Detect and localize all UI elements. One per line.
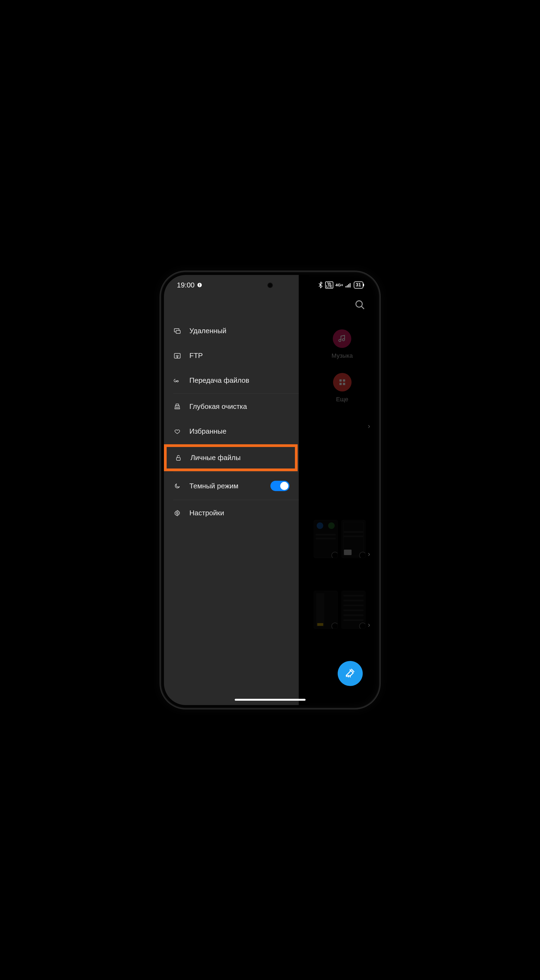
drawer-item-settings[interactable]: Настройки bbox=[164, 501, 299, 525]
chevron-right-icon: › bbox=[368, 620, 370, 629]
phone-frame: 19:00 VoLTE 4G+ 31 bbox=[161, 272, 379, 708]
drawer-item-darkmode[interactable]: Темный режим bbox=[164, 473, 299, 499]
drawer-item-label: Глубокая очистка bbox=[190, 402, 247, 411]
drawer-item-remote[interactable]: Удаленный bbox=[164, 318, 299, 343]
thumbnail[interactable] bbox=[314, 520, 338, 558]
drawer-item-label: Избранные bbox=[190, 427, 226, 436]
gear-icon bbox=[173, 510, 182, 516]
category-label: Музыка bbox=[332, 352, 353, 359]
thumbnail[interactable] bbox=[314, 591, 338, 629]
moon-icon bbox=[173, 483, 182, 489]
svg-point-16 bbox=[177, 357, 177, 358]
drawer-item-favorites[interactable]: Избранные bbox=[164, 419, 299, 444]
front-camera bbox=[268, 283, 273, 288]
svg-rect-12 bbox=[343, 383, 345, 385]
select-circle-icon[interactable] bbox=[331, 552, 338, 558]
monitor-icon bbox=[173, 328, 182, 334]
navigation-drawer: Удаленный FTP Передача файлов Глубок bbox=[164, 275, 299, 705]
drawer-item-label: FTP bbox=[190, 352, 203, 360]
svg-rect-17 bbox=[176, 404, 178, 406]
recent-thumbnails bbox=[314, 520, 365, 629]
svg-rect-1 bbox=[199, 284, 200, 286]
category-label: Еще bbox=[336, 396, 348, 402]
svg-rect-5 bbox=[348, 284, 349, 288]
svg-line-8 bbox=[362, 306, 364, 309]
volte-icon: VoLTE bbox=[325, 282, 333, 288]
select-circle-icon[interactable] bbox=[359, 622, 365, 629]
svg-rect-9 bbox=[339, 379, 341, 382]
thumbnail[interactable] bbox=[341, 520, 365, 558]
notification-dot-icon bbox=[197, 282, 202, 288]
category-music[interactable]: Музыка bbox=[332, 329, 353, 360]
category-more[interactable]: Еще bbox=[333, 373, 352, 403]
svg-rect-18 bbox=[177, 458, 180, 460]
select-circle-icon[interactable] bbox=[331, 622, 338, 629]
svg-rect-14 bbox=[176, 330, 180, 333]
svg-rect-6 bbox=[350, 283, 350, 288]
broom-box-icon bbox=[173, 403, 182, 410]
select-circle-icon[interactable] bbox=[359, 552, 365, 558]
broom-icon bbox=[344, 667, 356, 680]
chevron-right-icon: › bbox=[368, 550, 370, 558]
svg-point-7 bbox=[356, 301, 362, 307]
home-indicator[interactable] bbox=[235, 699, 306, 701]
drawer-item-label: Удаленный bbox=[190, 327, 226, 335]
svg-rect-10 bbox=[343, 379, 345, 382]
chevron-right-icon: › bbox=[368, 422, 370, 430]
svg-point-19 bbox=[177, 512, 178, 514]
svg-rect-3 bbox=[346, 286, 346, 288]
screen: 19:00 VoLTE 4G+ 31 bbox=[164, 275, 376, 705]
wifi-box-icon bbox=[173, 352, 182, 360]
search-button[interactable] bbox=[355, 299, 365, 312]
network-label: 4G+ bbox=[336, 283, 343, 286]
clean-fab[interactable] bbox=[338, 661, 363, 686]
divider bbox=[173, 393, 299, 394]
drawer-item-private[interactable]: Личные файлы bbox=[165, 445, 296, 470]
svg-rect-4 bbox=[347, 285, 348, 288]
battery-percent: 31 bbox=[356, 282, 361, 288]
drawer-item-transfer[interactable]: Передача файлов bbox=[164, 368, 299, 393]
bluetooth-icon bbox=[318, 282, 323, 288]
signal-icon bbox=[346, 283, 352, 288]
heart-icon bbox=[173, 428, 182, 435]
darkmode-toggle[interactable] bbox=[271, 481, 290, 491]
svg-rect-11 bbox=[339, 383, 341, 385]
status-time: 19:00 bbox=[177, 281, 195, 290]
search-icon bbox=[355, 307, 365, 311]
lock-open-icon bbox=[174, 455, 182, 461]
drawer-item-label: Настройки bbox=[190, 509, 225, 517]
divider bbox=[173, 472, 299, 472]
thumbnail[interactable] bbox=[341, 591, 365, 629]
drawer-item-ftp[interactable]: FTP bbox=[164, 343, 299, 368]
svg-rect-2 bbox=[199, 286, 200, 286]
battery-indicator: 31 bbox=[354, 282, 363, 288]
infinity-icon bbox=[173, 378, 182, 383]
drawer-item-label: Темный режим bbox=[190, 482, 239, 490]
drawer-item-label: Передача файлов bbox=[190, 376, 249, 385]
grid-icon bbox=[333, 373, 352, 391]
drawer-item-label: Личные файлы bbox=[191, 453, 241, 462]
drawer-item-deepclean[interactable]: Глубокая очистка bbox=[164, 394, 299, 419]
music-icon bbox=[333, 329, 351, 348]
